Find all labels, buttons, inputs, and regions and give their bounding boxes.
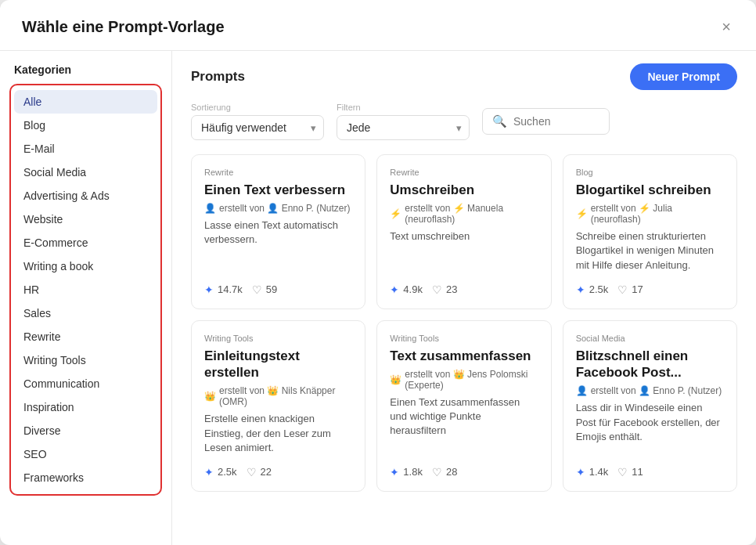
card-description: Lass dir in Windeseile einen Post für Fa…	[576, 401, 724, 455]
sidebar-item-advertising---ads[interactable]: Advertising & Ads	[14, 184, 157, 208]
uses-count: 4.9k	[403, 283, 423, 295]
category-list: AlleBlogE-MailSocial MediaAdvertising & …	[9, 84, 162, 496]
sidebar-item-blog[interactable]: Blog	[14, 114, 157, 137]
card-uses: ✦ 2.5k	[204, 466, 237, 478]
filter-select[interactable]: Jede	[337, 115, 470, 140]
main-header: Prompts Neuer Prompt	[191, 63, 737, 90]
sidebar-item-rewrite[interactable]: Rewrite	[14, 325, 157, 348]
card-title: Text zusammenfassen	[390, 348, 538, 364]
card-author: 👑 erstellt von 👑 Nils Knäpper (OMR)	[204, 385, 352, 407]
modal-header: Wähle eine Prompt-Vorlage ×	[0, 0, 756, 51]
close-button[interactable]: ×	[718, 16, 734, 38]
card-uses: ✦ 1.8k	[390, 466, 423, 478]
sidebar-item-writing-tools[interactable]: Writing Tools	[14, 348, 157, 372]
card-description: Schreibe einen strukturierten Blogartike…	[576, 229, 724, 272]
card-title: Blogartikel schreiben	[576, 182, 724, 198]
card-category: Writing Tools	[390, 334, 538, 343]
card-title: Einen Text verbessern	[204, 182, 352, 198]
prompt-card[interactable]: Social Media Blitzschnell einen Facebook…	[563, 320, 737, 492]
card-author: ⚡ erstellt von ⚡ Julia (neuroflash)	[576, 203, 724, 225]
heart-icon: ♡	[617, 466, 628, 478]
card-description: Text umschreiben	[390, 229, 538, 272]
sidebar-item-sales[interactable]: Sales	[14, 301, 157, 325]
sort-select[interactable]: Häufig verwendet	[191, 115, 324, 140]
card-footer: ✦ 1.4k ♡ 11	[576, 466, 724, 478]
likes-count: 22	[261, 466, 272, 478]
sidebar-item-website[interactable]: Website	[14, 208, 157, 231]
card-description: Einen Text zusammenfassen und wichtige P…	[390, 395, 538, 455]
card-footer: ✦ 2.5k ♡ 17	[576, 283, 724, 296]
sidebar-item-e-mail[interactable]: E-Mail	[14, 137, 157, 161]
uses-icon: ✦	[576, 466, 585, 478]
uses-icon: ✦	[576, 283, 585, 296]
card-footer: ✦ 1.8k ♡ 28	[390, 466, 538, 478]
uses-count: 1.4k	[589, 466, 609, 478]
main-content: Prompts Neuer Prompt Sortierung Häufig v…	[172, 51, 756, 545]
card-uses: ✦ 1.4k	[576, 466, 609, 478]
cards-grid: Rewrite Einen Text verbessern 👤 erstellt…	[191, 154, 737, 492]
filter-select-wrapper[interactable]: Jede	[337, 115, 470, 140]
author-icon: 👑	[204, 391, 216, 402]
sidebar-item-seo[interactable]: SEO	[14, 442, 157, 466]
prompt-card[interactable]: Rewrite Einen Text verbessern 👤 erstellt…	[191, 154, 365, 309]
modal-title: Wähle eine Prompt-Vorlage	[22, 18, 225, 36]
card-author: 👑 erstellt von 👑 Jens Polomski (Experte)	[390, 369, 538, 391]
heart-icon: ♡	[247, 466, 257, 478]
sidebar-item-alle[interactable]: Alle	[14, 90, 157, 114]
card-footer: ✦ 4.9k ♡ 23	[390, 283, 538, 296]
likes-count: 28	[446, 466, 457, 478]
sidebar-item-hr[interactable]: HR	[14, 278, 157, 301]
sort-select-wrapper[interactable]: Häufig verwendet	[191, 115, 324, 140]
card-footer: ✦ 14.7k ♡ 59	[204, 283, 352, 296]
card-likes: ♡ 59	[252, 283, 277, 296]
uses-icon: ✦	[204, 466, 214, 478]
uses-icon: ✦	[204, 283, 214, 296]
card-likes: ♡ 17	[617, 283, 643, 296]
heart-icon: ♡	[617, 283, 628, 296]
search-input[interactable]	[513, 115, 599, 128]
prompt-card[interactable]: Writing Tools Text zusammenfassen 👑 erst…	[376, 320, 551, 492]
uses-count: 2.5k	[589, 283, 609, 295]
author-icon: ⚡	[576, 208, 588, 219]
sidebar: Kategorien AlleBlogE-MailSocial MediaAdv…	[0, 51, 172, 545]
uses-count: 2.5k	[218, 466, 237, 478]
card-uses: ✦ 14.7k	[204, 283, 243, 296]
sidebar-item-social-media[interactable]: Social Media	[14, 161, 157, 184]
uses-count: 1.8k	[403, 466, 423, 478]
sidebar-item-inspiration[interactable]: Inspiration	[14, 395, 157, 419]
prompt-card[interactable]: Rewrite Umschreiben ⚡ erstellt von ⚡ Man…	[376, 154, 551, 309]
search-wrapper[interactable]: 🔍	[482, 108, 610, 135]
filter-label: Filtern	[337, 103, 470, 112]
filters-row: Sortierung Häufig verwendet Filtern Jede	[191, 103, 737, 140]
card-likes: ♡ 22	[247, 466, 272, 478]
card-author: 👤 erstellt von 👤 Enno P. (Nutzer)	[204, 203, 352, 214]
card-footer: ✦ 2.5k ♡ 22	[204, 466, 352, 478]
card-title: Einleitungstext erstellen	[204, 348, 352, 381]
card-author: 👤 erstellt von 👤 Enno P. (Nutzer)	[576, 385, 724, 396]
sidebar-item-frameworks[interactable]: Frameworks	[14, 466, 157, 489]
card-title: Umschreiben	[390, 182, 538, 198]
sidebar-item-e-commerce[interactable]: E-Commerce	[14, 231, 157, 254]
likes-count: 17	[632, 283, 643, 295]
heart-icon: ♡	[252, 283, 262, 296]
author-icon: ⚡	[390, 208, 401, 219]
author-icon: 👤	[576, 385, 588, 396]
prompt-card[interactable]: Blog Blogartikel schreiben ⚡ erstellt vo…	[563, 154, 737, 309]
prompt-card[interactable]: Writing Tools Einleitungstext erstellen …	[191, 320, 365, 492]
card-description: Erstelle einen knackigen Einstieg, der d…	[204, 412, 352, 455]
heart-icon: ♡	[432, 466, 442, 478]
card-likes: ♡ 11	[617, 466, 643, 478]
uses-icon: ✦	[390, 466, 399, 478]
sidebar-item-diverse[interactable]: Diverse	[14, 419, 157, 442]
new-prompt-button[interactable]: Neuer Prompt	[630, 63, 737, 90]
card-description: Lasse einen Text automatisch verbessern.	[204, 218, 352, 272]
likes-count: 23	[446, 283, 457, 295]
author-icon: 👤	[204, 203, 216, 214]
modal-body: Kategorien AlleBlogE-MailSocial MediaAdv…	[0, 51, 756, 545]
author-icon: 👑	[390, 374, 401, 385]
search-icon: 🔍	[492, 114, 507, 128]
card-category: Blog	[576, 168, 724, 177]
card-category: Rewrite	[390, 168, 538, 177]
sidebar-item-communication[interactable]: Communication	[14, 372, 157, 395]
sidebar-item-writing-a-book[interactable]: Writing a book	[14, 254, 157, 278]
